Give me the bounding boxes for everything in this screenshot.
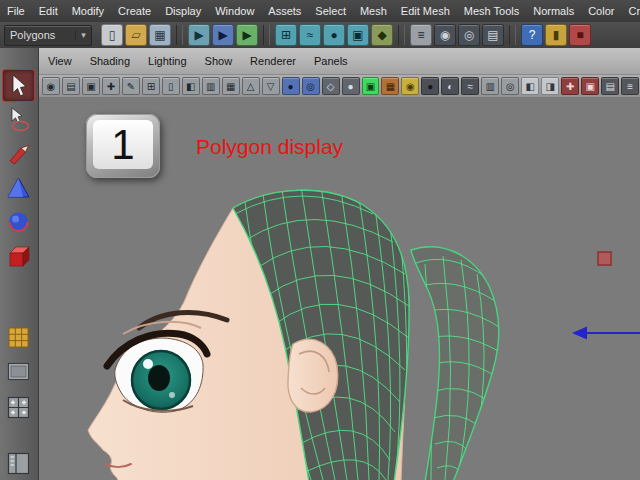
keyboard-key-graphic: 1 [86, 114, 160, 178]
menu-item[interactable]: Edit Mesh [394, 0, 457, 22]
snap-grid-icon[interactable]: ⊞ [275, 24, 297, 46]
color-sample-icon[interactable]: ■ [569, 24, 591, 46]
xray-icon[interactable]: ◧ [521, 77, 539, 95]
selection-handle[interactable] [598, 252, 611, 265]
shadows-icon[interactable]: ● [421, 77, 439, 95]
menu-item[interactable]: File [0, 0, 32, 22]
make-live-icon[interactable]: ◆ [371, 24, 393, 46]
snap-curve-icon[interactable]: ≈ [299, 24, 321, 46]
menu-item[interactable]: Assets [261, 0, 308, 22]
menu-item[interactable]: Normals [526, 0, 581, 22]
view-transform-icon[interactable]: ▤ [601, 77, 619, 95]
multisample-icon[interactable]: ▥ [481, 77, 499, 95]
gate-mask-icon[interactable]: ▥ [202, 77, 220, 95]
open-scene-icon[interactable]: ▱ [125, 24, 147, 46]
character-head-model[interactable] [88, 186, 501, 480]
film-gate-icon[interactable]: ▯ [162, 77, 180, 95]
exposure-icon[interactable]: ✚ [561, 77, 579, 95]
textured-icon[interactable]: ▦ [381, 77, 399, 95]
paint-select-tool-button[interactable] [3, 138, 34, 169]
menu-item[interactable]: Modify [65, 0, 111, 22]
single-pane-layout-button[interactable] [3, 356, 34, 387]
safe-action-icon[interactable]: △ [242, 77, 260, 95]
safe-title-icon[interactable]: ▽ [262, 77, 280, 95]
manipulator-arrow[interactable] [572, 327, 640, 340]
image-plane-icon[interactable]: ▣ [82, 77, 100, 95]
menu-item[interactable]: Mesh [353, 0, 394, 22]
isolate-select-icon[interactable]: ▣ [362, 77, 380, 95]
rotate-tool-button[interactable] [3, 206, 34, 237]
menu-item[interactable]: Edit [32, 0, 65, 22]
wireframe-icon[interactable]: ◇ [322, 77, 340, 95]
motion-blur-icon[interactable]: ≈ [461, 77, 479, 95]
panel-menu-item[interactable]: Show [196, 55, 242, 67]
frame-all-icon[interactable]: ● [282, 77, 300, 95]
snap-point-icon[interactable]: ● [323, 24, 345, 46]
menuset-dropdown[interactable]: Polygons ▾ [4, 25, 92, 46]
xray-joints-icon[interactable]: ◨ [541, 77, 559, 95]
maya-window: FileEditModifyCreateDisplayWindowAssetsS… [0, 0, 640, 480]
pan-zoom-icon[interactable]: ✚ [102, 77, 120, 95]
ear [288, 339, 338, 412]
panel-menu-item[interactable]: Lighting [139, 55, 196, 67]
separator[interactable] [263, 25, 270, 45]
panel-menu-item[interactable]: View [39, 55, 81, 67]
new-scene-icon[interactable]: ▯ [101, 24, 123, 46]
lights-icon[interactable]: ◉ [401, 77, 419, 95]
status-line: Polygons ▾ ▯▱▦▶▶▶⊞≈●▣◆≡◉◎▤?▮■ [0, 22, 640, 48]
render-settings-icon[interactable]: ▤ [482, 24, 504, 46]
ipr-render-icon[interactable]: ◎ [458, 24, 480, 46]
camera-attributes-icon[interactable]: ◉ [42, 77, 60, 95]
move-tool-button[interactable] [3, 172, 34, 203]
menu-item[interactable]: Create [111, 0, 158, 22]
attribute-lock-icon[interactable]: ▮ [545, 24, 567, 46]
depth-of-field-icon[interactable]: ◎ [501, 77, 519, 95]
split-pane-layout-button[interactable] [3, 448, 34, 479]
grid-icon[interactable]: ⊞ [142, 77, 160, 95]
split-pane-icon [5, 450, 32, 477]
panel-menu-item[interactable]: Shading [81, 55, 139, 67]
separator[interactable] [176, 25, 183, 45]
smooth-shade-icon[interactable]: ● [342, 77, 360, 95]
select-arrow-icon [5, 72, 32, 99]
frame-selection-icon[interactable]: ◎ [302, 77, 320, 95]
select-tool-button[interactable] [3, 70, 34, 101]
select-hierarchy-icon[interactable]: ▶ [188, 24, 210, 46]
menu-item[interactable]: Display [158, 0, 208, 22]
status-line-icons: ▯▱▦▶▶▶⊞≈●▣◆≡◉◎▤?▮■ [100, 24, 592, 46]
lasso-tool-button[interactable] [3, 104, 34, 135]
select-object-icon[interactable]: ▶ [212, 24, 234, 46]
viewport[interactable]: 1 Polygon display [39, 98, 640, 480]
separator[interactable] [509, 25, 516, 45]
soft-modification-tool-button[interactable] [3, 322, 34, 353]
iris [131, 350, 191, 410]
ponytail-mesh[interactable] [411, 247, 501, 480]
menu-item[interactable]: Cre [621, 0, 640, 22]
scale-tool-button[interactable] [3, 240, 34, 271]
renderer-menu-icon[interactable]: ≡ [621, 77, 639, 95]
construction-history-icon[interactable]: ≡ [410, 24, 432, 46]
panel-menu-bar: ViewShadingLightingShowRendererPanels [39, 48, 640, 75]
panel-menu-item[interactable]: Panels [305, 55, 357, 67]
bookmarks-icon[interactable]: ▤ [62, 77, 80, 95]
help-icon[interactable]: ? [521, 24, 543, 46]
gamma-icon[interactable]: ▣ [581, 77, 599, 95]
render-icon[interactable]: ◉ [434, 24, 456, 46]
resolution-gate-icon[interactable]: ◧ [182, 77, 200, 95]
grease-pencil-icon[interactable]: ✎ [122, 77, 140, 95]
menu-bar: FileEditModifyCreateDisplayWindowAssetsS… [0, 0, 640, 22]
occlusion-icon[interactable]: ◐ [441, 77, 459, 95]
field-chart-icon[interactable]: ▦ [222, 77, 240, 95]
viewport-toolbar: ◉▤▣✚✎⊞▯◧▥▦△▽●◎◇●▣▦◉●◐≈▥◎◧◨✚▣▤≡ [39, 75, 640, 98]
snap-plane-icon[interactable]: ▣ [347, 24, 369, 46]
menu-item[interactable]: Window [208, 0, 261, 22]
menu-item[interactable]: Select [308, 0, 353, 22]
annotation-caption: Polygon display [196, 135, 343, 159]
four-pane-layout-button[interactable] [3, 392, 34, 423]
save-scene-icon[interactable]: ▦ [149, 24, 171, 46]
select-component-icon[interactable]: ▶ [236, 24, 258, 46]
menu-item[interactable]: Color [581, 0, 621, 22]
menu-item[interactable]: Mesh Tools [457, 0, 526, 22]
separator[interactable] [398, 25, 405, 45]
panel-menu-item[interactable]: Renderer [241, 55, 305, 67]
